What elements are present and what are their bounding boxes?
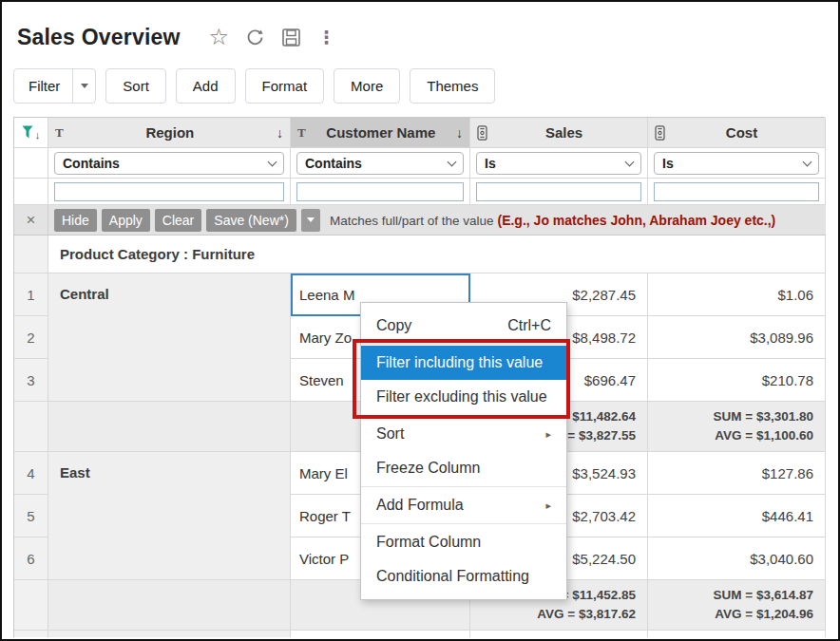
report-header: Sales Overview ☆ ⋮ bbox=[2, 2, 838, 59]
filter-actions-bar: × Hide Apply Clear Save (New*) Matches f… bbox=[14, 205, 826, 236]
row-number-cell[interactable]: 1 bbox=[14, 273, 48, 316]
cost-cell[interactable]: $3,089.96 bbox=[648, 316, 826, 359]
chevron-down-icon bbox=[803, 157, 812, 166]
menu-item-label: Sort bbox=[376, 425, 404, 443]
column-header-label: Cost bbox=[665, 124, 818, 141]
column-header-customer-name[interactable]: T Customer Name ↓ bbox=[291, 118, 470, 148]
group-header-row: Product Category : Furniture bbox=[48, 236, 826, 273]
hide-button[interactable]: Hide bbox=[54, 209, 97, 232]
region-cell[interactable]: Central bbox=[48, 273, 291, 402]
menu-item-conditional-formatting[interactable]: Conditional Formatting bbox=[361, 559, 566, 594]
value-cell-cost bbox=[648, 179, 826, 205]
cost-cell[interactable]: $127.86 bbox=[648, 452, 826, 495]
row-number-cell[interactable]: 6 bbox=[14, 537, 48, 580]
cost-filter-input[interactable] bbox=[654, 182, 819, 201]
menu-item-label: Add Formula bbox=[376, 497, 464, 514]
menu-item-format-column[interactable]: Format Column bbox=[361, 525, 566, 559]
selected-operator: Contains bbox=[305, 156, 449, 171]
cost-avg: AVG = $1,100.60 bbox=[648, 426, 813, 445]
chevron-down-icon bbox=[81, 84, 88, 92]
filter-toggle-cell[interactable]: ↓ bbox=[14, 118, 48, 148]
save-new-button[interactable]: Save (New*) bbox=[206, 209, 296, 232]
menu-item-label: Copy bbox=[376, 317, 411, 334]
filter-button-label: Filter bbox=[14, 69, 72, 103]
text-column-icon: T bbox=[55, 125, 64, 141]
copy-shortcut: Ctrl+C bbox=[507, 317, 551, 334]
menu-divider bbox=[361, 415, 566, 416]
chevron-down-icon bbox=[448, 157, 457, 166]
region-cell bbox=[48, 631, 291, 637]
cost-cell[interactable]: $210.78 bbox=[648, 359, 826, 402]
row-number-cell[interactable]: 5 bbox=[14, 495, 48, 537]
add-button[interactable]: Add bbox=[176, 68, 236, 104]
cost-cell[interactable]: $3,040.60 bbox=[648, 537, 826, 580]
sort-desc-icon: ↓ bbox=[277, 125, 283, 141]
filter-funnel-icon bbox=[22, 125, 36, 140]
menu-divider bbox=[361, 344, 566, 345]
row-number-cell bbox=[14, 402, 48, 452]
value-cell-sales bbox=[470, 179, 648, 205]
column-header-label: Sales bbox=[487, 124, 640, 141]
sort-desc-icon: ↓ bbox=[456, 125, 463, 141]
summary-cost-cell: SUM = $3,301.80AVG = $1,100.60 bbox=[648, 402, 826, 452]
sales-operator-select[interactable]: Is bbox=[476, 152, 641, 175]
save-dropdown-button[interactable] bbox=[301, 209, 320, 232]
column-header-sales[interactable]: Sales bbox=[470, 118, 648, 148]
apply-button[interactable]: Apply bbox=[102, 209, 150, 232]
column-header-label: Region bbox=[64, 124, 277, 141]
cost-sum: SUM = $3,614.87 bbox=[648, 586, 813, 605]
chevron-down-icon bbox=[625, 157, 635, 166]
row-number-cell bbox=[14, 631, 48, 637]
format-button[interactable]: Format bbox=[245, 68, 325, 104]
text-column-icon: T bbox=[297, 125, 306, 141]
submenu-arrow-icon: ▸ bbox=[545, 428, 551, 441]
selected-operator: Is bbox=[485, 156, 626, 171]
menu-item-sort[interactable]: Sort ▸ bbox=[361, 417, 566, 451]
summary-region-cell bbox=[48, 580, 291, 631]
sort-button[interactable]: Sort bbox=[105, 68, 166, 104]
context-menu: Copy Ctrl+C Filter including this value … bbox=[360, 302, 567, 600]
region-operator-select[interactable]: Contains bbox=[54, 152, 284, 175]
save-icon[interactable] bbox=[281, 28, 301, 47]
cost-cell[interactable]: $446.41 bbox=[648, 495, 826, 537]
themes-button[interactable]: Themes bbox=[410, 68, 495, 104]
cost-cell[interactable]: $1.06 bbox=[648, 273, 826, 316]
refresh-icon[interactable] bbox=[245, 28, 265, 47]
sort-button-label: Sort bbox=[123, 78, 149, 94]
toolbar: Filter Sort Add Format More Themes bbox=[13, 68, 827, 104]
menu-item-freeze-column[interactable]: Freeze Column bbox=[361, 451, 566, 485]
menu-item-copy[interactable]: Copy Ctrl+C bbox=[361, 309, 566, 343]
row-number-cell bbox=[14, 580, 48, 631]
cost-operator-select[interactable]: Is bbox=[654, 152, 819, 175]
column-header-label: Customer Name bbox=[306, 124, 456, 141]
filter-dropdown-arrow[interactable] bbox=[72, 69, 95, 103]
menu-item-add-formula[interactable]: Add Formula ▸ bbox=[361, 488, 566, 522]
menu-divider bbox=[361, 486, 566, 487]
more-button[interactable]: More bbox=[334, 68, 400, 104]
sales-filter-input[interactable] bbox=[476, 182, 641, 201]
region-filter-input[interactable] bbox=[54, 182, 284, 201]
more-options-kebab-icon[interactable]: ⋮ bbox=[317, 27, 335, 48]
row-number-cell[interactable]: 2 bbox=[14, 316, 48, 359]
clear-button[interactable]: Clear bbox=[155, 209, 201, 232]
sales-avg: AVG = $3,817.62 bbox=[470, 605, 636, 624]
funnel-sort-arrow-icon: ↓ bbox=[35, 129, 41, 141]
close-filter-icon[interactable]: × bbox=[14, 205, 48, 235]
filter-hint-example: (E.g., Jo matches John, Abraham Joey etc… bbox=[497, 213, 775, 228]
favorite-star-icon[interactable]: ☆ bbox=[209, 28, 230, 47]
sales-cell bbox=[470, 631, 648, 637]
summary-region-cell bbox=[48, 402, 291, 452]
number-column-icon bbox=[477, 125, 487, 141]
region-cell[interactable]: East bbox=[48, 452, 291, 580]
chevron-down-icon bbox=[307, 217, 315, 226]
menu-item-filter-including[interactable]: Filter including this value bbox=[361, 346, 566, 380]
customer-filter-input[interactable] bbox=[296, 182, 464, 201]
menu-item-filter-excluding[interactable]: Filter excluding this value bbox=[361, 380, 566, 414]
row-number-cell[interactable]: 3 bbox=[14, 359, 48, 402]
column-header-cost[interactable]: Cost bbox=[648, 118, 826, 148]
column-header-region[interactable]: T Region ↓ bbox=[48, 118, 291, 148]
operator-cell-region: Contains bbox=[48, 148, 291, 179]
customer-operator-select[interactable]: Contains bbox=[296, 152, 464, 175]
filter-button[interactable]: Filter bbox=[13, 68, 96, 104]
row-number-cell[interactable]: 4 bbox=[14, 452, 48, 495]
